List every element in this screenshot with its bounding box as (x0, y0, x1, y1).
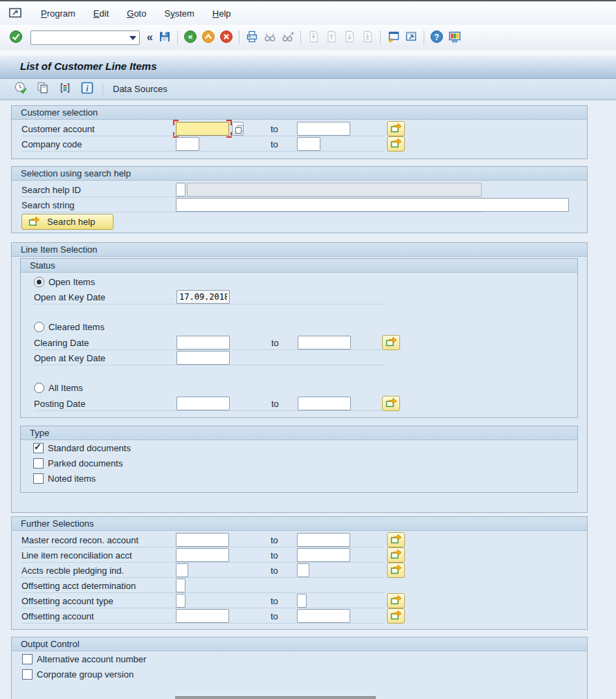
find-next-button[interactable] (280, 29, 296, 46)
search-help-id-input[interactable] (176, 183, 185, 197)
radio-open-items[interactable]: Open Items (34, 277, 95, 287)
search-help-button[interactable]: Search help (21, 214, 114, 230)
info-button[interactable]: i (79, 81, 96, 98)
first-page-icon (307, 30, 320, 46)
menu-help[interactable]: Help (203, 6, 240, 21)
get-variant-button[interactable] (35, 81, 51, 98)
checkbox-corporate-group-version[interactable]: Corporate group version (22, 669, 134, 680)
offsetting-account-type-to-input[interactable] (297, 594, 307, 608)
field-label: Offsetting account type (21, 596, 114, 606)
sap-gui-window: Program Edit Goto System Help « « ? (0, 0, 616, 699)
help-button[interactable]: ? (428, 29, 445, 46)
offsetting-account-from-input[interactable] (176, 609, 229, 623)
pledging-ind-to-input[interactable] (297, 563, 309, 577)
posting-date-to-input[interactable] (298, 397, 351, 410)
checkbox-indicator[interactable] (22, 654, 33, 664)
last-page-button[interactable] (359, 29, 376, 46)
open-key-date-input[interactable] (176, 290, 230, 304)
customize-layout-button[interactable] (446, 29, 463, 46)
company-code-to-input[interactable] (297, 137, 320, 151)
new-session-button[interactable] (385, 29, 401, 46)
offsetting-account-to-input[interactable] (297, 609, 350, 623)
title-bar: List of Customer Line Items (0, 55, 616, 79)
checkbox-label: Corporate group version (37, 669, 134, 680)
radio-indicator[interactable] (34, 277, 44, 287)
menu-system[interactable]: System (155, 6, 203, 21)
search-help-id-text (187, 183, 482, 197)
data-sources-button[interactable]: Data Sources (107, 82, 173, 96)
enter-button[interactable] (8, 29, 24, 46)
field-label: Offsetting acct determination (21, 581, 136, 591)
checkbox-indicator[interactable] (33, 443, 44, 453)
execute-button[interactable] (12, 81, 29, 98)
pledging-ind-from-input[interactable] (176, 563, 188, 577)
clearing-date-to-input[interactable] (298, 336, 351, 350)
focused-field-wrapper (176, 122, 229, 136)
radio-all-items[interactable]: All Items (34, 383, 83, 393)
session-menu-icon[interactable] (8, 7, 24, 19)
company-code-from-input[interactable] (176, 137, 199, 151)
search-help-arrow-icon (28, 216, 40, 228)
customer-account-from-input[interactable] (176, 122, 229, 136)
checkbox-indicator[interactable] (22, 669, 33, 680)
menu-edit[interactable]: Edit (84, 6, 118, 21)
group-customer-selection: Customer selection Customer account to C… (11, 105, 588, 159)
back-chevrons-icon[interactable]: « (147, 30, 153, 44)
multiple-selection-button[interactable] (382, 335, 400, 350)
group-type: Type Standard documents Parked documents… (20, 426, 578, 493)
offsetting-account-type-from-input[interactable] (176, 594, 185, 608)
line-item-recon-acct-to-input[interactable] (297, 548, 350, 562)
group-title: Selection using search help (12, 167, 587, 181)
multiple-selection-button[interactable] (387, 532, 405, 547)
focus-corner (226, 120, 232, 125)
find-button[interactable] (262, 29, 278, 46)
checkbox-standard-documents[interactable]: Standard documents (33, 443, 131, 453)
cleared-key-date-input[interactable] (176, 351, 230, 365)
checkbox-indicator[interactable] (33, 458, 44, 469)
command-dropdown-icon[interactable] (129, 36, 136, 40)
checkbox-label: Standard documents (48, 443, 131, 453)
checkbox-noted-items[interactable]: Noted items (33, 473, 96, 484)
radio-indicator[interactable] (34, 322, 44, 332)
f4-value-help-button[interactable] (232, 122, 244, 136)
svg-text:?: ? (434, 32, 439, 42)
posting-date-from-input[interactable] (176, 397, 230, 410)
radio-label: Open Items (48, 277, 95, 287)
customer-account-to-input[interactable] (297, 122, 350, 136)
command-input[interactable] (30, 30, 140, 45)
to-label: to (271, 535, 278, 545)
master-recon-account-to-input[interactable] (297, 533, 350, 547)
dynamic-selections-button[interactable] (57, 81, 73, 98)
save-button[interactable] (156, 29, 173, 46)
field-row: Offsetting account type to (12, 593, 581, 608)
checkbox-alternative-account-number[interactable]: Alternative account number (22, 654, 146, 664)
menu-goto[interactable]: Goto (118, 6, 155, 21)
master-recon-account-from-input[interactable] (176, 533, 229, 547)
menu-program[interactable]: Program (32, 6, 84, 21)
checkbox-indicator[interactable] (33, 473, 44, 484)
print-button[interactable] (244, 29, 260, 46)
to-label: to (271, 550, 278, 561)
checkbox-parked-documents[interactable]: Parked documents (33, 458, 123, 469)
back-button[interactable]: « (182, 29, 199, 46)
cancel-button[interactable] (218, 29, 235, 46)
create-shortcut-button[interactable] (403, 29, 419, 46)
multiple-selection-button[interactable] (387, 121, 405, 136)
radio-cleared-items[interactable]: Cleared Items (34, 322, 105, 332)
clearing-date-from-input[interactable] (176, 336, 230, 350)
radio-indicator[interactable] (34, 383, 44, 393)
exit-button[interactable] (200, 29, 217, 46)
search-string-input[interactable] (176, 198, 569, 212)
first-page-button[interactable] (305, 29, 322, 46)
multiple-selection-button[interactable] (387, 563, 405, 578)
previous-page-button[interactable] (323, 29, 340, 46)
multiple-selection-button[interactable] (382, 396, 400, 411)
next-page-button[interactable] (341, 29, 358, 46)
field-row: Master record recon. account to (12, 532, 581, 547)
multiple-selection-button[interactable] (387, 136, 405, 152)
multiple-selection-button[interactable] (387, 547, 405, 563)
line-item-recon-acct-from-input[interactable] (176, 548, 229, 562)
multiple-selection-button[interactable] (387, 608, 405, 624)
multiple-selection-button[interactable] (387, 593, 405, 608)
offsetting-acct-determination-input[interactable] (176, 579, 185, 592)
